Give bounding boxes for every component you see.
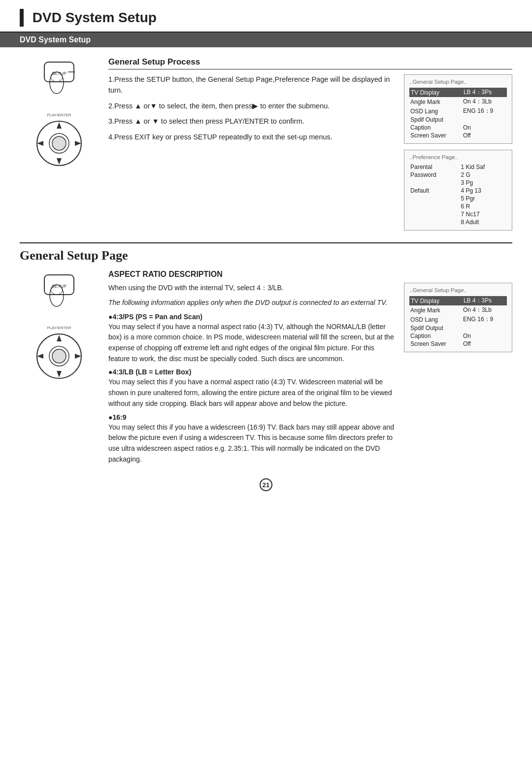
page-number-container: 21 [20, 478, 512, 491]
svg-text:SETUP: SETUP [52, 71, 66, 76]
gsp-right-content: ASPECT RATIO DESCRIPTION When using the … [108, 270, 512, 468]
setup-process-title: General Setup Process [108, 57, 512, 69]
screen2-row-6: 7 Nc17 [409, 210, 507, 218]
gsp-section: SETUP PLAY/ENTER ASPECT RATIO DESCRIPTIO… [20, 270, 512, 468]
screen2-table: Parental 1 Kid Saf Password 2 G 3 Pg [409, 163, 507, 226]
nav-remote-illustration-top: PLAY/ENTER [27, 111, 91, 170]
setup-remote-illustration: SETUP [30, 57, 89, 101]
gsp-screen-row-4: Caption On [409, 332, 507, 340]
bullet3-label: ●16:9 [108, 413, 396, 421]
setup-process-section: SETUP PLAY/ENTER [20, 57, 512, 231]
svg-point-24 [52, 349, 66, 363]
gsp-title: General Setup Page [20, 248, 512, 263]
step-2: 2.Press ▲ or▼ to select, the item, then … [108, 101, 396, 112]
gsp-nav-remote: PLAY/ENTER [27, 324, 91, 383]
bullet1-text: You may select if you have a normal aspe… [108, 322, 396, 365]
remote-illustrations-left: SETUP PLAY/ENTER [20, 57, 99, 170]
svg-text:SETUP: SETUP [52, 284, 66, 289]
screen2-row-1: Password 2 G [409, 171, 507, 179]
gsp-remote-illustrations: SETUP PLAY/ENTER [20, 270, 99, 383]
gsp-setup-remote: SETUP [30, 270, 89, 314]
gsp-italic-note: The following information applies only w… [108, 298, 396, 308]
screen2-row-5: 6 R [409, 202, 507, 210]
svg-marker-21 [57, 371, 62, 377]
svg-point-12 [52, 136, 66, 150]
section-bar: DVD System Setup [0, 33, 532, 47]
setup-process-right: General Setup Process 1.Press the SETUP … [108, 57, 512, 231]
screen1-row-5: Screen Saver Off [409, 132, 507, 139]
screen1-row-0: TV Display LB 4：3Ps [409, 88, 507, 97]
steps-text: 1.Press the SETUP button, the General Se… [108, 74, 396, 148]
bullet1-label: ●4:3/PS (PS = Pan and Scan) [108, 313, 396, 321]
gsp-screen-row-5: Screen Saver Off [409, 340, 507, 348]
screen2-row-4: 5 Pgr [409, 195, 507, 202]
screen2-row-7: 8 Adult [409, 218, 507, 226]
svg-marker-22 [37, 354, 43, 359]
svg-text:PLAY/ENTER: PLAY/ENTER [47, 326, 71, 330]
screen1-title: ..General Setup Page.. [409, 79, 507, 85]
screen2-title: ..Preference Page.. [409, 154, 507, 160]
gsp-screen-table: TV Display LB 4：3Ps Angle Mark On 4：3Lb … [409, 296, 507, 348]
gsp-inner: When using the DVD with the internal TV,… [108, 283, 512, 468]
gsp-screen-row-3: Spdif Output [409, 324, 507, 332]
title-bar-decoration [20, 9, 24, 27]
screen1-row-2: OSD Lang ENG 16：9 [409, 106, 507, 116]
screen2-row-2: 3 Pg [409, 179, 507, 187]
bullet2-text: You may select this if you have a normal… [108, 377, 396, 409]
screen-mockup-2: ..Preference Page.. Parental 1 Kid Saf P… [404, 150, 512, 231]
screen2-row-0: Parental 1 Kid Saf [409, 163, 507, 171]
screen-mockup-1: ..General Setup Page.. TV Display LB 4：3… [404, 74, 512, 144]
screen2-row-3: Default 4 Pg 13 [409, 187, 507, 195]
screen1-table: TV Display LB 4：3Ps Angle Mark On 4：3Lb … [409, 88, 507, 139]
svg-marker-20 [57, 335, 62, 341]
gsp-screen-row-1: Angle Mark On 4：3Lb [409, 305, 507, 315]
svg-marker-11 [75, 141, 81, 146]
page-header: DVD System Setup [0, 0, 532, 33]
screen1-row-3: Spdif Output [409, 116, 507, 124]
bullet2-label: ●4:3/LB (LB = Letter Box) [108, 368, 396, 376]
gsp-screen-col: ..General Setup Page.. TV Display LB 4：3… [404, 283, 512, 352]
gsp-screen-row-0: TV Display LB 4：3Ps [409, 296, 507, 305]
main-content: SETUP PLAY/ENTER [0, 47, 532, 501]
gsp-screen-mockup: ..General Setup Page.. TV Display LB 4：3… [404, 283, 512, 352]
page-number: 21 [260, 478, 272, 491]
screen1-row-1: Angle Mark On 4：3Lb [409, 97, 507, 106]
svg-marker-10 [37, 141, 43, 146]
svg-marker-9 [57, 158, 62, 165]
step-1: 1.Press the SETUP button, the General Se… [108, 74, 396, 96]
page-title: DVD System Setup [20, 9, 512, 29]
aspect-ratio-title: ASPECT RATIO DESCRIPTION [108, 270, 512, 279]
svg-text:PLAY/ENTER: PLAY/ENTER [47, 113, 71, 117]
section-divider [20, 242, 512, 243]
step-3: 3.Press ▲ or ▼ to select then press PLAY… [108, 116, 396, 127]
gsp-intro: When using the DVD with the internal TV,… [108, 283, 396, 294]
step-4: 4.Press EXIT key or press SETUP repeated… [108, 132, 396, 143]
screen-mockups: ..General Setup Page.. TV Display LB 4：3… [404, 74, 512, 231]
screen1-row-4: Caption On [409, 124, 507, 132]
bullet3-text: You may select this if you have a widesc… [108, 422, 396, 465]
steps-and-screens: 1.Press the SETUP button, the General Se… [108, 74, 512, 231]
gsp-text-content: When using the DVD with the internal TV,… [108, 283, 396, 468]
svg-marker-23 [75, 354, 81, 359]
gsp-screen-row-2: OSD Lang ENG 16：9 [409, 315, 507, 324]
gsp-screen-title: ..General Setup Page.. [409, 287, 507, 293]
svg-marker-8 [57, 122, 62, 129]
